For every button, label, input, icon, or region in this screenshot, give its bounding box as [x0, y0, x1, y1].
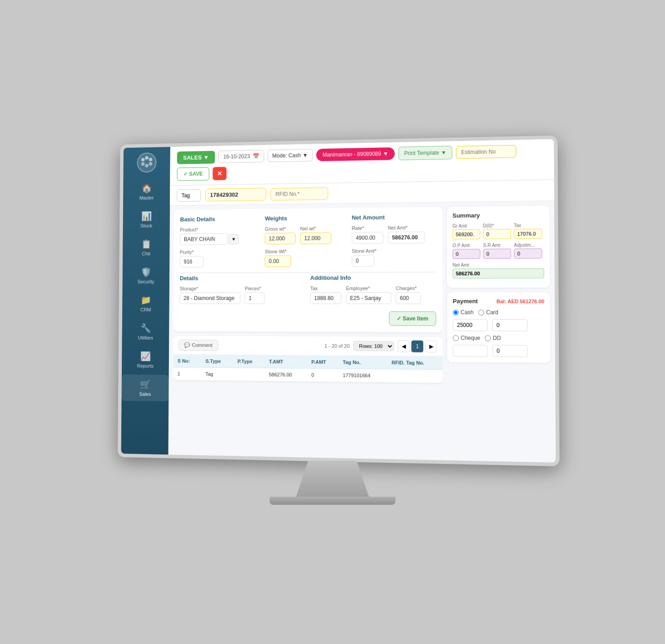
tax-summary-label: Tax: [514, 223, 542, 228]
rfid-input[interactable]: [270, 187, 328, 200]
save-button[interactable]: ✓ SAVE: [177, 167, 209, 181]
cell-sno: 1: [173, 367, 201, 380]
date-picker[interactable]: 16-10-2023 📅: [218, 150, 264, 163]
op-amt-label: O.P Amt: [452, 243, 480, 248]
stone-amt-input[interactable]: [352, 255, 374, 267]
cash-card-row: Cash Card: [453, 309, 545, 316]
pieces-input[interactable]: [245, 292, 265, 304]
sidebar-item-crm[interactable]: 📁 CRM: [122, 290, 169, 317]
dd-radio[interactable]: [485, 335, 491, 341]
cell-stype: Tag: [201, 367, 233, 380]
net-amt-input[interactable]: [388, 232, 424, 244]
save-item-button[interactable]: ✓ Save Item: [389, 311, 436, 326]
product-form-card: Basic Details Product* ▼: [173, 207, 443, 332]
net-amt-summary-label: Net Amt: [452, 262, 544, 268]
net-amt-row: Net Amt: [452, 262, 544, 278]
adjustment-label: Adjustm...: [514, 243, 542, 248]
customer-selector[interactable]: Manimanran - 89089089 ▼: [316, 147, 395, 161]
tag-type-select[interactable]: Tag: [177, 189, 201, 202]
cheque-dd-inputs-row: [453, 345, 545, 357]
charges-input[interactable]: [396, 292, 421, 304]
sidebar-item-label: Sales: [139, 391, 151, 397]
next-page-button[interactable]: ▶: [425, 340, 437, 353]
cheque-amount-input[interactable]: [453, 345, 488, 357]
sidebar-item-label: Utilities: [138, 335, 153, 340]
dd-radio-label[interactable]: DD: [485, 335, 501, 341]
adjustment-input[interactable]: [514, 248, 542, 259]
sidebar-item-security[interactable]: 🛡️ Security: [122, 262, 169, 289]
storage-input[interactable]: [180, 292, 240, 304]
purity-field-group: Purity*: [180, 249, 204, 267]
cheque-radio-label[interactable]: Cheque: [453, 335, 480, 341]
summary-row-2: O.P Amt S.R Amt Adjustm...: [452, 243, 544, 259]
purity-input[interactable]: [180, 256, 204, 268]
net-amt-summary-input[interactable]: [452, 268, 544, 278]
gr-amt-label: Gr Amt: [452, 223, 480, 229]
rows-per-page-select[interactable]: Rows: 100: [353, 341, 394, 351]
pieces-label: Pieces*: [245, 286, 265, 291]
pagination-controls-wrapper: 1 - 20 of 20 Rows: 100 ◀ 1: [324, 340, 437, 353]
mode-selector[interactable]: Mode: Cash ▼: [267, 149, 313, 162]
stone-wt-input[interactable]: [265, 256, 291, 267]
card-radio[interactable]: [478, 309, 484, 315]
close-button[interactable]: ✕: [213, 167, 226, 180]
payment-card: Payment Bal: AED 561276.00 Cash: [447, 292, 550, 363]
comment-button[interactable]: 💬 Comment: [178, 340, 218, 351]
cash-radio-label[interactable]: Cash: [453, 309, 474, 315]
sidebar-item-label: CRM: [140, 307, 151, 313]
table-row: 1 Tag 586276.00 0 1779101664: [173, 367, 443, 383]
pagination-info: 1 - 20 of 20: [324, 343, 350, 348]
net-wt-input[interactable]: [300, 232, 331, 244]
stone-wt-label: Stone Wt*: [265, 249, 291, 254]
col-stype: S.Type: [201, 355, 233, 368]
prev-page-button[interactable]: ◀: [398, 340, 409, 352]
stock-icon: 📊: [141, 211, 152, 221]
sidebar-item-reports[interactable]: 📈 Reports: [122, 346, 169, 373]
cell-rfid: [387, 369, 443, 383]
calendar-icon: 📅: [253, 153, 259, 159]
dd-amount-input[interactable]: [492, 345, 528, 357]
product-dropdown-icon[interactable]: ▼: [228, 234, 239, 244]
estimation-no-input[interactable]: [456, 145, 516, 159]
gr-amt-input[interactable]: [452, 229, 480, 239]
print-template-button[interactable]: Print Template ▼: [398, 146, 452, 160]
payment-title: Payment: [452, 298, 478, 304]
card-radio-label[interactable]: Card: [478, 309, 498, 315]
reports-icon: 📈: [140, 351, 151, 362]
left-panel: Basic Details Product* ▼: [173, 207, 443, 456]
table-toolbar: 💬 Comment 1 - 20 of 20 Rows: 100: [173, 335, 443, 357]
tax-input[interactable]: [310, 292, 341, 304]
cheque-radio[interactable]: [453, 335, 459, 341]
sidebar-item-master[interactable]: 🏠 Master: [123, 178, 170, 205]
rate-input[interactable]: [352, 232, 383, 244]
sidebar: 🏠 Master 📊 Stock 📋 Chit 🛡️ Security 📁: [121, 147, 170, 454]
tag-number-input[interactable]: [205, 188, 266, 201]
op-amt-input[interactable]: [452, 249, 480, 259]
sr-amt-input[interactable]: [483, 249, 511, 259]
security-icon: 🛡️: [141, 267, 151, 277]
details-title: Details: [180, 274, 301, 282]
gross-wt-input[interactable]: [265, 233, 296, 244]
page-1-button[interactable]: 1: [411, 340, 423, 353]
items-table-container: 💬 Comment 1 - 20 of 20 Rows: 100: [173, 335, 443, 383]
d0-input[interactable]: [483, 229, 511, 239]
cheque-dd-row: Cheque DD: [453, 335, 545, 341]
col-ptype: P.Type: [233, 355, 265, 368]
product-input[interactable]: [180, 233, 227, 245]
sidebar-item-sales[interactable]: 🛒 Sales: [121, 375, 168, 401]
pagination-nav: ◀ 1 ▶: [398, 340, 437, 353]
sidebar-item-utilities[interactable]: 🔧 Utilities: [122, 318, 169, 345]
sidebar-item-label: Security: [137, 279, 155, 284]
cash-amount-input[interactable]: [453, 319, 488, 331]
cash-radio[interactable]: [453, 309, 459, 315]
payment-options: Cash Card: [453, 309, 545, 357]
card-amount-input[interactable]: [492, 319, 528, 331]
sidebar-item-chit[interactable]: 📋 Chit: [123, 234, 170, 261]
toolbar: SALES ▼ 16-10-2023 📅 Mode: Cash ▼ Manima…: [170, 139, 554, 186]
sidebar-item-stock[interactable]: 📊 Stock: [123, 206, 170, 233]
tax-summary-input[interactable]: [514, 229, 542, 239]
sales-button[interactable]: SALES ▼: [177, 150, 215, 164]
dropdown-icon: ▼: [383, 150, 388, 157]
employee-input[interactable]: [346, 292, 391, 304]
storage-label: Storage*: [180, 286, 240, 291]
